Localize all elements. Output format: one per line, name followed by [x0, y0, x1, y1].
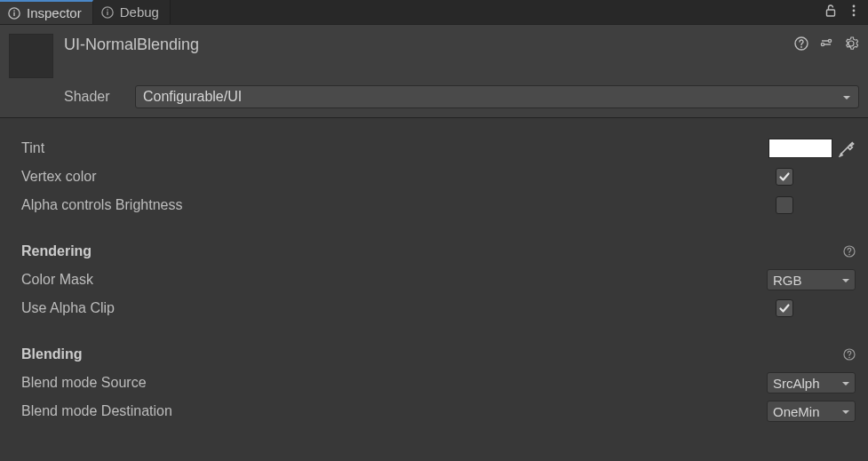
- blend-dst-label: Blend mode Destination: [21, 403, 767, 419]
- chevron-down-icon: [841, 273, 850, 288]
- alpha-brightness-checkbox[interactable]: [776, 196, 793, 214]
- help-icon[interactable]: [843, 348, 856, 361]
- svg-point-15: [821, 43, 824, 45]
- blend-src-label: Blend mode Source: [21, 375, 767, 391]
- svg-point-7: [853, 5, 856, 8]
- color-mask-dropdown[interactable]: RGB: [767, 269, 856, 290]
- help-icon[interactable]: [843, 245, 856, 258]
- svg-rect-4: [107, 11, 108, 14]
- svg-point-14: [828, 39, 831, 42]
- blend-dst-value: OneMin: [773, 404, 820, 419]
- vertex-color-label: Vertex color: [21, 169, 776, 185]
- material-name: UI-NormalBlending: [64, 34, 783, 54]
- svg-point-11: [800, 46, 802, 48]
- preset-icon[interactable]: [818, 36, 834, 52]
- help-icon[interactable]: [793, 36, 809, 52]
- tab-label: Debug: [120, 4, 159, 20]
- color-mask-label: Color Mask: [21, 272, 767, 288]
- use-alpha-clip-label: Use Alpha Clip: [21, 300, 776, 316]
- svg-point-19: [848, 357, 850, 359]
- blend-src-value: SrcAlph: [773, 376, 820, 391]
- chevron-down-icon: [842, 90, 851, 105]
- tab-debug[interactable]: Debug: [93, 0, 171, 24]
- svg-rect-5: [107, 9, 108, 10]
- svg-point-8: [853, 10, 856, 12]
- tab-inspector[interactable]: Inspector: [0, 0, 93, 24]
- tab-bar: Inspector Debug: [0, 0, 868, 25]
- blend-src-dropdown[interactable]: SrcAlph: [767, 372, 856, 393]
- svg-point-9: [853, 14, 856, 17]
- tint-label: Tint: [21, 140, 768, 156]
- gear-icon[interactable]: [843, 36, 859, 52]
- inspector-body: Tint Vertex color Alpha controls Brightn…: [0, 118, 868, 461]
- material-header: UI-NormalBlending Shader Configurable/UI: [0, 25, 868, 118]
- blend-dst-dropdown[interactable]: OneMin: [767, 401, 856, 422]
- material-preview[interactable]: [9, 34, 53, 78]
- info-icon: [100, 5, 115, 20]
- vertex-color-checkbox[interactable]: [776, 168, 793, 186]
- kebab-icon[interactable]: [847, 4, 861, 20]
- blending-header: Blending: [21, 346, 843, 362]
- svg-point-17: [848, 254, 850, 256]
- chevron-down-icon: [841, 404, 850, 419]
- tab-label: Inspector: [27, 5, 82, 20]
- svg-rect-6: [827, 10, 835, 16]
- svg-rect-2: [13, 10, 14, 11]
- color-mask-value: RGB: [773, 273, 802, 288]
- info-icon: [7, 6, 21, 20]
- shader-dropdown[interactable]: Configurable/UI: [135, 85, 859, 108]
- chevron-down-icon: [841, 376, 850, 391]
- shader-value: Configurable/UI: [143, 89, 242, 105]
- svg-rect-1: [13, 12, 14, 15]
- rendering-header: Rendering: [21, 243, 843, 259]
- shader-label: Shader: [64, 89, 126, 105]
- eyedropper-icon[interactable]: [838, 139, 856, 157]
- lock-icon[interactable]: [824, 4, 838, 20]
- tint-color-swatch[interactable]: [768, 139, 832, 158]
- alpha-brightness-label: Alpha controls Brightness: [21, 197, 776, 213]
- use-alpha-clip-checkbox[interactable]: [776, 299, 793, 317]
